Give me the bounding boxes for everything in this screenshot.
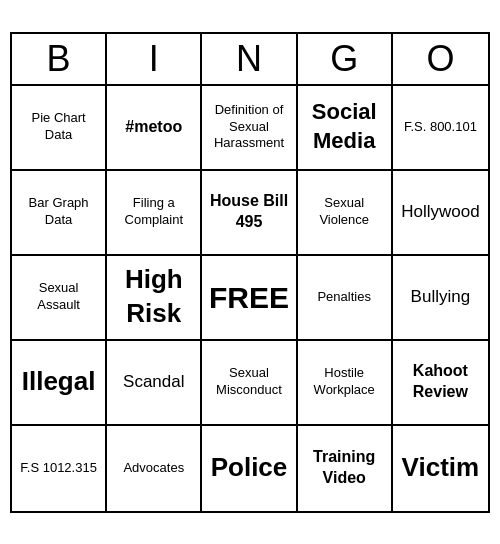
- bingo-cell-21[interactable]: Advocates: [107, 426, 202, 511]
- bingo-cell-0[interactable]: Pie Chart Data: [12, 86, 107, 171]
- bingo-cell-17[interactable]: Sexual Misconduct: [202, 341, 297, 426]
- bingo-grid: Pie Chart Data#metooDefinition of Sexual…: [12, 86, 488, 511]
- bingo-cell-20[interactable]: F.S 1012.315: [12, 426, 107, 511]
- letter-n: N: [202, 34, 297, 84]
- bingo-cell-15[interactable]: Illegal: [12, 341, 107, 426]
- bingo-cell-13[interactable]: Penalties: [298, 256, 393, 341]
- bingo-cell-22[interactable]: Police: [202, 426, 297, 511]
- bingo-header: B I N G O: [12, 34, 488, 86]
- letter-g: G: [298, 34, 393, 84]
- bingo-cell-19[interactable]: Kahoot Review: [393, 341, 488, 426]
- bingo-cell-1[interactable]: #metoo: [107, 86, 202, 171]
- bingo-cell-18[interactable]: Hostile Workplace: [298, 341, 393, 426]
- bingo-card: B I N G O Pie Chart Data#metooDefinition…: [10, 32, 490, 513]
- bingo-cell-14[interactable]: Bullying: [393, 256, 488, 341]
- bingo-cell-23[interactable]: Training Video: [298, 426, 393, 511]
- bingo-cell-24[interactable]: Victim: [393, 426, 488, 511]
- bingo-cell-7[interactable]: House Bill 495: [202, 171, 297, 256]
- letter-o: O: [393, 34, 488, 84]
- bingo-cell-2[interactable]: Definition of Sexual Harassment: [202, 86, 297, 171]
- bingo-cell-8[interactable]: Sexual Violence: [298, 171, 393, 256]
- bingo-cell-16[interactable]: Scandal: [107, 341, 202, 426]
- bingo-cell-10[interactable]: Sexual Assault: [12, 256, 107, 341]
- bingo-cell-3[interactable]: Social Media: [298, 86, 393, 171]
- bingo-cell-4[interactable]: F.S. 800.101: [393, 86, 488, 171]
- letter-i: I: [107, 34, 202, 84]
- bingo-cell-11[interactable]: High Risk: [107, 256, 202, 341]
- letter-b: B: [12, 34, 107, 84]
- bingo-cell-9[interactable]: Hollywood: [393, 171, 488, 256]
- bingo-cell-5[interactable]: Bar Graph Data: [12, 171, 107, 256]
- bingo-cell-12[interactable]: FREE: [202, 256, 297, 341]
- bingo-cell-6[interactable]: Filing a Complaint: [107, 171, 202, 256]
